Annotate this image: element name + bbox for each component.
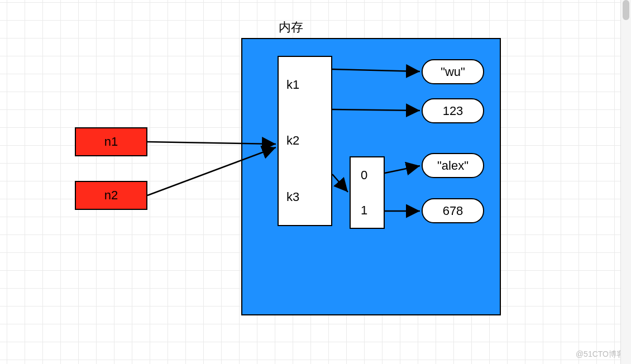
vertical-scrollbar[interactable]	[620, 0, 631, 364]
watermark: @51CTO博客	[576, 349, 624, 360]
list-index-1: 1	[361, 203, 384, 218]
dict-key-k2: k2	[286, 133, 331, 148]
dict-key-k1: k1	[286, 78, 331, 92]
value-wu: "wu"	[422, 59, 484, 84]
dict-box: k1 k2 k3	[278, 56, 332, 226]
value-678: 678	[422, 198, 484, 223]
memory-title: 内存	[279, 19, 303, 36]
scrollbar-thumb[interactable]	[623, 0, 629, 20]
var-n2-label: n2	[104, 188, 118, 203]
list-box: 0 1	[350, 156, 385, 229]
value-123: 123	[422, 98, 484, 123]
diagram-stage: 内存 n1 n2 k1 k2 k3 0 1 "wu" 123 "alex" 67…	[0, 0, 631, 364]
var-n2-box: n2	[75, 181, 147, 210]
var-n1-box: n1	[75, 127, 147, 156]
dict-key-k3: k3	[286, 190, 331, 204]
list-index-0: 0	[361, 168, 384, 183]
value-alex: "alex"	[422, 153, 484, 178]
var-n1-label: n1	[104, 135, 118, 149]
